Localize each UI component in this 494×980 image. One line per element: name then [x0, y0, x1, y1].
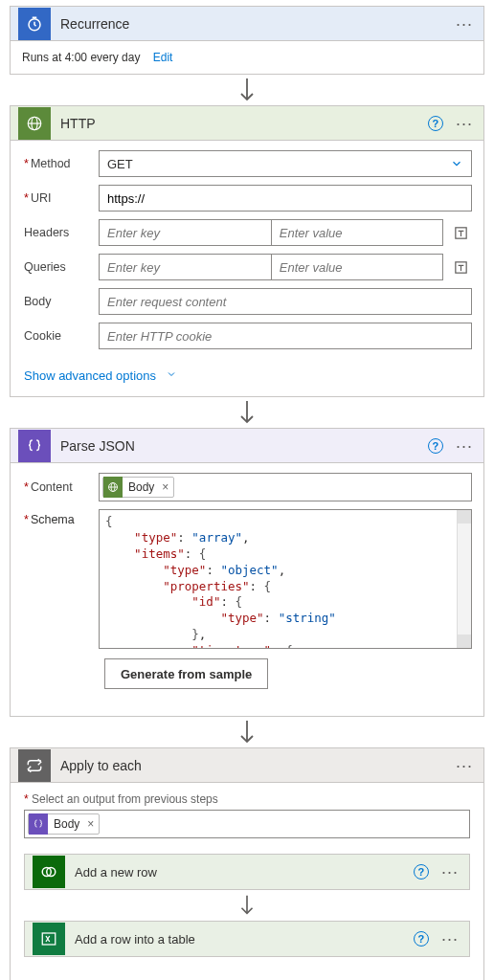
cookie-input[interactable] [99, 323, 472, 349]
header-key-input[interactable] [99, 219, 271, 246]
http-title: HTTP [60, 116, 428, 131]
queries-label: Queries [16, 260, 99, 274]
chevron-down-icon [450, 157, 463, 170]
clock-icon [18, 8, 51, 40]
scrollbar[interactable] [457, 510, 471, 648]
arrow-icon [10, 397, 484, 428]
step-title: Add a row into a table [75, 932, 414, 947]
method-value: GET [107, 157, 133, 171]
parse-title: Parse JSON [60, 438, 428, 454]
each-header[interactable]: Apply to each ··· [11, 748, 483, 783]
edit-link[interactable]: Edit [153, 51, 173, 64]
http-header[interactable]: HTTP ? ··· [11, 106, 483, 141]
query-value-input[interactable] [271, 254, 443, 280]
text-mode-icon[interactable] [449, 221, 472, 244]
headers-label: Headers [16, 226, 99, 239]
select-output-input[interactable]: Body × [24, 810, 470, 838]
braces-icon [18, 430, 51, 462]
braces-icon [29, 813, 48, 835]
add-row-table-step[interactable]: Add a row into a table ? ··· [24, 921, 470, 957]
content-input[interactable]: Body × [99, 473, 472, 501]
select-output-label: Select an output from previous steps [24, 792, 470, 806]
token-label: Body [48, 817, 85, 831]
loop-icon [18, 749, 51, 782]
help-icon[interactable]: ? [428, 438, 443, 454]
parse-json-card: Parse JSON ? ··· Content Body × [10, 428, 484, 717]
more-icon[interactable]: ··· [453, 435, 476, 457]
remove-token-icon[interactable]: × [160, 480, 173, 494]
step-title: Add a new row [75, 865, 414, 880]
help-icon[interactable]: ? [414, 864, 429, 880]
generate-sample-button[interactable]: Generate from sample [104, 658, 268, 689]
add-action-button[interactable]: Add an action [24, 974, 470, 980]
apply-to-each-card: Apply to each ··· Select an output from … [10, 747, 484, 980]
add-new-row-step[interactable]: Add a new row ? ··· [24, 854, 470, 890]
method-select[interactable]: GET [99, 150, 472, 177]
globe-icon [18, 107, 51, 140]
recurrence-title: Recurrence [60, 16, 453, 32]
body-label: Body [16, 295, 99, 308]
arrow-icon [10, 717, 484, 747]
more-icon[interactable]: ··· [453, 113, 476, 134]
advanced-options-label: Show advanced options [24, 368, 156, 383]
uri-label: URI [16, 191, 99, 205]
chevron-down-icon [166, 368, 177, 383]
advanced-options-link[interactable]: Show advanced options [24, 368, 177, 383]
uri-input[interactable] [99, 185, 472, 212]
svg-rect-9 [42, 933, 56, 945]
excel-icon [33, 923, 65, 955]
parse-header[interactable]: Parse JSON ? ··· [11, 429, 483, 463]
help-icon[interactable]: ? [414, 931, 429, 947]
more-icon[interactable]: ··· [453, 755, 476, 776]
method-label: Method [16, 157, 99, 170]
http-card: HTTP ? ··· Method GET URI [10, 105, 484, 397]
token-label: Body [123, 480, 160, 494]
body-token[interactable]: Body × [28, 813, 100, 835]
body-token[interactable]: Body × [102, 477, 174, 498]
header-value-input[interactable] [271, 219, 443, 246]
cookie-label: Cookie [16, 329, 99, 343]
query-key-input[interactable] [99, 254, 271, 280]
dataverse-icon [33, 856, 65, 888]
globe-icon [103, 477, 123, 498]
arrow-icon [24, 890, 470, 921]
arrow-icon [10, 75, 484, 105]
remove-token-icon[interactable]: × [85, 817, 99, 831]
content-label: Content [16, 480, 99, 494]
more-icon[interactable]: ··· [438, 928, 461, 949]
schema-editor[interactable]: { "type": "array", "items": { "type": "o… [99, 509, 472, 649]
recurrence-header[interactable]: Recurrence ··· [11, 7, 483, 41]
help-icon[interactable]: ? [428, 116, 443, 131]
more-icon[interactable]: ··· [453, 13, 476, 34]
recurrence-card: Recurrence ··· Runs at 4:00 every day Ed… [10, 6, 484, 75]
schema-label: Schema [16, 509, 99, 649]
text-mode-icon[interactable] [449, 256, 472, 278]
each-title: Apply to each [60, 758, 453, 773]
recurrence-body: Runs at 4:00 every day Edit [11, 41, 483, 74]
recurrence-summary: Runs at 4:00 every day [22, 51, 140, 64]
body-input[interactable] [99, 288, 472, 315]
more-icon[interactable]: ··· [438, 861, 461, 882]
